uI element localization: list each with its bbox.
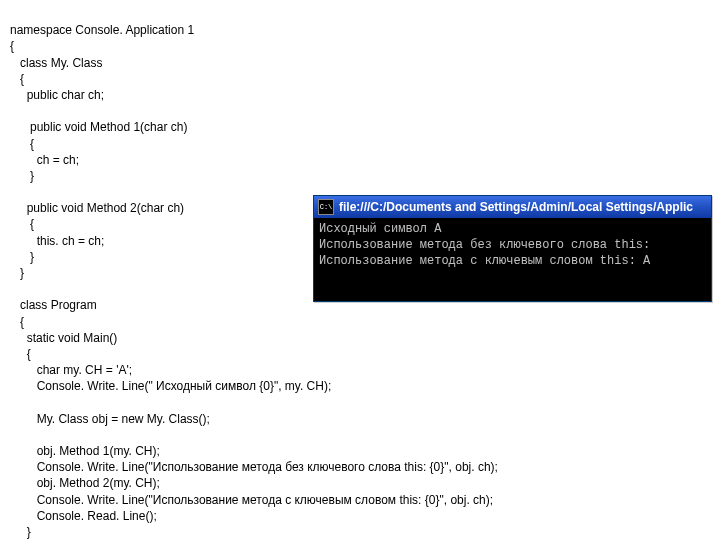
code-line: public void Method 2(char ch) xyxy=(10,201,184,215)
console-line: Использование метода с ключевым словом t… xyxy=(319,254,650,268)
code-line: } xyxy=(10,266,24,280)
code-line: class Program xyxy=(10,298,97,312)
console-line: Использование метода без ключевого слова… xyxy=(319,238,650,252)
code-line: } xyxy=(10,169,34,183)
code-line: class My. Class xyxy=(10,56,102,70)
code-line: ch = ch; xyxy=(10,153,79,167)
code-line: char my. CH = 'A'; xyxy=(10,363,132,377)
code-line: this. ch = ch; xyxy=(10,234,104,248)
code-line: public void Method 1(char ch) xyxy=(10,120,187,134)
code-line: Console. Write. Line("Использование мето… xyxy=(10,493,493,507)
code-line: { xyxy=(10,72,24,86)
code-line: My. Class obj = new My. Class(); xyxy=(10,412,210,426)
cmd-icon: C:\ xyxy=(318,199,334,215)
console-window: C:\ file:///C:/Documents and Settings/Ad… xyxy=(313,195,712,302)
code-line: public char ch; xyxy=(10,88,104,102)
console-output: Исходный символ A Использование метода б… xyxy=(314,218,711,301)
console-titlebar[interactable]: C:\ file:///C:/Documents and Settings/Ad… xyxy=(314,196,711,218)
code-line: namespace Console. Application 1 xyxy=(10,23,194,37)
code-line: } xyxy=(10,250,34,264)
code-line: Console. Write. Line(" Исходный символ {… xyxy=(10,379,331,393)
code-line: { xyxy=(10,347,31,361)
code-line: } xyxy=(10,525,31,539)
code-line: { xyxy=(10,137,34,151)
code-line: obj. Method 1(my. CH); xyxy=(10,444,160,458)
code-line: Console. Write. Line("Использование мето… xyxy=(10,460,498,474)
code-line: Console. Read. Line(); xyxy=(10,509,157,523)
code-line: obj. Method 2(my. CH); xyxy=(10,476,160,490)
cmd-icon-text: C:\ xyxy=(320,204,333,211)
code-line: static void Main() xyxy=(10,331,117,345)
console-title: file:///C:/Documents and Settings/Admin/… xyxy=(339,199,707,215)
code-line: { xyxy=(10,217,34,231)
code-line: { xyxy=(10,315,24,329)
console-line: Исходный символ A xyxy=(319,222,441,236)
code-line: { xyxy=(10,39,14,53)
